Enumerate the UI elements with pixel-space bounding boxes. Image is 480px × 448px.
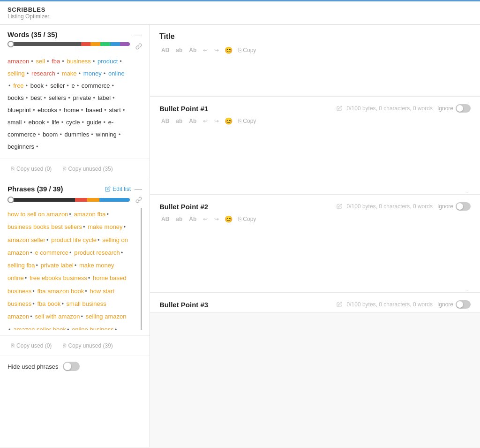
word-winning[interactable]: winning	[96, 131, 117, 138]
edit-list-button[interactable]: Edit list	[105, 186, 131, 192]
word-sellers[interactable]: sellers	[49, 94, 67, 101]
word-blueprint[interactable]: blueprint	[8, 106, 31, 114]
bullet1-ab-lower-button[interactable]: ab	[174, 117, 184, 125]
phrase-fba-book[interactable]: fba book	[38, 300, 61, 307]
word-life[interactable]: life	[52, 119, 60, 126]
word-e-commerce[interactable]: e-	[108, 119, 114, 126]
bullet2-emoji-button[interactable]: 😊	[224, 214, 233, 224]
word-seller[interactable]: seller	[50, 82, 65, 89]
bullet2-ignore-toggle[interactable]	[456, 202, 471, 211]
title-ab-title-button[interactable]: Ab	[187, 46, 198, 54]
phrase-selling-amazon[interactable]: selling amazon	[86, 313, 127, 320]
bullet1-ignore-toggle[interactable]	[456, 104, 471, 113]
word-small[interactable]: small	[8, 119, 22, 126]
phrase-how-start[interactable]: how start	[90, 288, 114, 295]
word-dummies[interactable]: dummies	[65, 131, 90, 138]
phrase-product-life[interactable]: product life cycle	[51, 236, 97, 243]
word-business[interactable]: business	[67, 58, 90, 65]
bullet2-redo-button[interactable]: ↪	[212, 215, 221, 223]
word-beginners[interactable]: beginners	[8, 143, 34, 150]
phrases-link-icon[interactable]	[135, 197, 142, 203]
title-redo-button[interactable]: ↪	[212, 46, 221, 54]
phrase-home-based[interactable]: home based	[93, 274, 127, 281]
phrase-amazon2[interactable]: amazon	[8, 249, 29, 256]
phrase-sell-with[interactable]: sell with amazon	[35, 313, 80, 320]
phrase-amazon3[interactable]: amazon	[8, 313, 29, 320]
word-books[interactable]: books	[8, 94, 24, 101]
phrase-make-money-online[interactable]: make money	[79, 262, 114, 269]
word-sell[interactable]: sell	[36, 58, 45, 65]
phrase-private-label[interactable]: private label	[41, 262, 74, 269]
word-money[interactable]: money	[83, 70, 102, 77]
bullet2-ab-caps-button[interactable]: AB	[159, 215, 171, 223]
title-ab-caps-button[interactable]: AB	[159, 46, 171, 54]
copy-used-phrases-button[interactable]: ⎘ Copy used (0)	[8, 341, 55, 351]
copy-unused-words-button[interactable]: ⎘ Copy unused (35)	[59, 164, 116, 174]
word-book[interactable]: book	[30, 82, 44, 89]
bullet1-input[interactable]	[159, 129, 471, 186]
hide-used-toggle[interactable]	[63, 362, 80, 371]
copy-used-words-button[interactable]: ⎘ Copy used (0)	[8, 164, 55, 174]
bullet1-ab-title-button[interactable]: Ab	[187, 117, 198, 125]
title-emoji-button[interactable]: 😊	[224, 46, 233, 55]
word-free[interactable]: free	[13, 82, 23, 89]
bullet2-copy-button[interactable]: ⎘ Copy	[236, 215, 258, 223]
phrase-online-business[interactable]: online business	[72, 326, 114, 330]
bullet1-ab-caps-button[interactable]: AB	[159, 117, 171, 125]
phrase-product-research[interactable]: product research	[74, 249, 120, 256]
word-cycle[interactable]: cycle	[66, 119, 80, 126]
word-research[interactable]: research	[31, 70, 55, 77]
word-product[interactable]: product	[98, 58, 118, 65]
phrases-collapse-button[interactable]: —	[135, 185, 142, 193]
word-ecommerce2[interactable]: commerce	[8, 131, 36, 138]
words-collapse-button[interactable]: —	[135, 31, 142, 38]
phrase-amazon-seller[interactable]: amazon seller	[8, 236, 45, 243]
bullet1-undo-button[interactable]: ↩	[201, 117, 210, 125]
bullet3-ignore-toggle[interactable]	[456, 300, 471, 309]
phrase-selling-fba[interactable]: selling fba	[8, 262, 35, 269]
word-ebook[interactable]: ebook	[29, 119, 45, 126]
bullet2-undo-button[interactable]: ↩	[201, 215, 210, 223]
title-copy-button[interactable]: ⎘ Copy	[236, 46, 258, 54]
phrase-amazon-seller-book[interactable]: amazon seller book	[13, 326, 66, 330]
phrase-e-commerce[interactable]: e commerce	[35, 249, 68, 256]
bullet1-emoji-button[interactable]: 😊	[224, 116, 233, 126]
word-home[interactable]: home	[64, 106, 79, 114]
copy-unused-phrases-button[interactable]: ⎘ Copy unused (39)	[59, 341, 116, 351]
word-start[interactable]: start	[109, 106, 121, 114]
title-ab-lower-button[interactable]: ab	[174, 46, 184, 54]
word-fba[interactable]: fba	[52, 58, 60, 65]
bullet2-ab-title-button[interactable]: Ab	[187, 215, 198, 223]
phrase-fba-amazon[interactable]: fba amazon book	[38, 288, 84, 295]
title-input[interactable]	[159, 59, 471, 87]
phrase-online2[interactable]: online	[8, 274, 24, 281]
bullet1-copy-button[interactable]: ⎘ Copy	[236, 117, 258, 125]
word-make[interactable]: make	[62, 70, 77, 77]
word-guide[interactable]: guide	[87, 119, 102, 126]
word-based[interactable]: based	[86, 106, 102, 114]
bullet1-redo-button[interactable]: ↪	[212, 117, 221, 125]
word-online[interactable]: online	[108, 70, 125, 77]
word-boom[interactable]: boom	[43, 131, 58, 138]
word-e[interactable]: e	[71, 82, 75, 89]
word-commerce[interactable]: commerce	[82, 82, 110, 89]
phrase-small-business[interactable]: small business	[67, 300, 106, 307]
word-selling[interactable]: selling	[8, 70, 25, 77]
phrase-business3[interactable]: business	[8, 300, 31, 307]
title-undo-button[interactable]: ↩	[201, 46, 210, 54]
word-best[interactable]: best	[30, 94, 42, 101]
phrase-business2[interactable]: business	[8, 288, 31, 295]
phrase-selling-on[interactable]: selling on	[102, 236, 128, 243]
words-link-icon[interactable]	[135, 43, 142, 50]
phrase-free-ebooks[interactable]: free ebooks business	[30, 274, 87, 281]
word-amazon[interactable]: amazon	[8, 58, 29, 65]
word-label[interactable]: label	[98, 94, 111, 101]
word-ebooks[interactable]: ebooks	[38, 106, 57, 114]
word-private[interactable]: private	[73, 94, 91, 101]
phrase-amazon-fba[interactable]: amazon fba	[74, 211, 106, 218]
phrase-make-money[interactable]: make money	[88, 223, 122, 230]
bullet2-input[interactable]	[159, 228, 471, 284]
phrase-how-to-sell[interactable]: how to sell on amazon	[8, 211, 68, 218]
bullet2-ab-lower-button[interactable]: ab	[174, 215, 184, 223]
phrase-business-books[interactable]: business books best sellers	[8, 223, 82, 230]
